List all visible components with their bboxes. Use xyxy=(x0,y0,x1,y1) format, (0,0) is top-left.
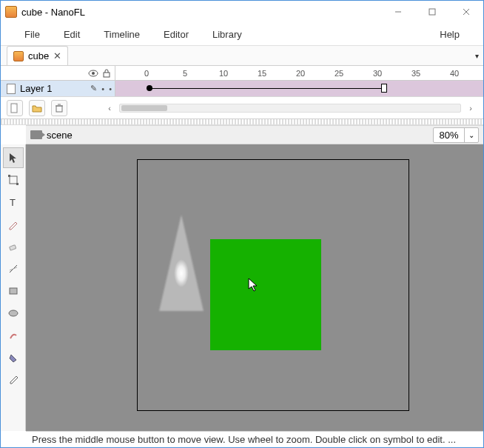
selection-tool[interactable] xyxy=(3,147,24,168)
text-tool[interactable]: T xyxy=(3,192,24,213)
svg-rect-13 xyxy=(16,183,19,185)
svg-rect-6 xyxy=(104,73,110,77)
zoom-value[interactable]: 80% xyxy=(434,128,465,142)
eraser-tool[interactable] xyxy=(3,236,24,257)
scene-icon xyxy=(30,130,42,139)
layer-toolbar: ‹ › xyxy=(1,97,483,119)
keyframe-end[interactable] xyxy=(381,84,387,93)
ruler-tick: 5 xyxy=(183,69,187,78)
svg-rect-11 xyxy=(10,176,17,184)
menu-file[interactable]: File xyxy=(13,29,52,40)
oval-tool[interactable] xyxy=(3,303,24,324)
pencil-icon[interactable]: ✎ xyxy=(90,84,97,93)
pencil-tool[interactable] xyxy=(3,214,24,235)
svg-rect-8 xyxy=(56,106,62,112)
line-tool[interactable] xyxy=(3,258,24,279)
scroll-left-icon[interactable]: ‹ xyxy=(103,104,116,113)
green-square-object[interactable] xyxy=(210,239,321,350)
tab-overflow-button[interactable]: ▾ xyxy=(475,52,479,60)
layer-name-label: Layer 1 xyxy=(20,83,52,94)
menu-help[interactable]: Help xyxy=(428,29,471,40)
ruler-tick: 0 xyxy=(144,69,149,78)
ruler-tick: 40 xyxy=(450,69,459,78)
tween-span xyxy=(147,88,387,89)
close-button[interactable] xyxy=(449,1,483,23)
layer-type-icon xyxy=(7,84,16,94)
ruler-tick: 20 xyxy=(296,69,305,78)
timeline-hscrollbar[interactable]: ‹ › xyxy=(103,104,477,113)
svg-rect-15 xyxy=(9,245,16,250)
ruler-tick: 30 xyxy=(373,69,382,78)
visibility-toggle-icon[interactable] xyxy=(88,68,98,78)
document-tab-label: cube xyxy=(28,50,49,61)
timeline-header: 0 5 10 15 20 25 30 35 40 xyxy=(1,66,483,81)
visibility-dot-icon[interactable]: • xyxy=(101,84,104,93)
menu-editor[interactable]: Editor xyxy=(152,29,201,40)
scroll-track[interactable] xyxy=(119,104,461,113)
window-controls xyxy=(381,1,483,23)
keyframe-start[interactable] xyxy=(147,85,152,91)
ruler-tick: 10 xyxy=(219,69,228,78)
document-tab[interactable]: cube ✕ xyxy=(7,46,68,65)
zoom-dropdown-icon[interactable]: ⌄ xyxy=(465,128,478,142)
brush-tool[interactable] xyxy=(3,325,24,346)
titlebar: cube - NanoFL xyxy=(1,1,483,23)
svg-point-5 xyxy=(92,72,95,75)
svg-text:T: T xyxy=(10,197,16,208)
menu-library[interactable]: Library xyxy=(201,29,254,40)
statusbar: Press the middle mouse button to move vi… xyxy=(26,431,483,447)
timeline-ruler[interactable]: 0 5 10 15 20 25 30 35 40 xyxy=(115,66,483,80)
transform-tool[interactable] xyxy=(3,170,24,190)
delete-layer-button[interactable] xyxy=(51,100,67,116)
window-title: cube - NanoFL xyxy=(21,7,381,18)
minimize-button[interactable] xyxy=(381,1,415,23)
zoom-control[interactable]: 80% ⌄ xyxy=(433,127,479,143)
ruler-tick: 35 xyxy=(411,69,420,78)
status-text: Press the middle mouse button to move vi… xyxy=(32,434,456,445)
layer-row[interactable]: Layer 1 ✎ • • xyxy=(1,81,483,97)
new-folder-button[interactable] xyxy=(29,100,45,116)
scroll-thumb[interactable] xyxy=(121,105,167,111)
mouse-cursor-icon xyxy=(248,278,260,292)
panel-resize-grip[interactable] xyxy=(1,119,483,125)
rectangle-tool[interactable] xyxy=(3,281,24,301)
lock-toggle-icon[interactable] xyxy=(101,68,112,78)
eyedropper-tool[interactable] xyxy=(3,370,24,390)
timeline-header-toggles xyxy=(1,66,115,80)
svg-line-17 xyxy=(10,267,17,270)
menubar: File Edit Timeline Editor Library Help xyxy=(1,23,483,45)
scroll-right-icon[interactable]: › xyxy=(464,104,477,113)
svg-rect-18 xyxy=(10,288,17,294)
close-tab-icon[interactable]: ✕ xyxy=(53,50,61,61)
menu-edit[interactable]: Edit xyxy=(52,29,92,40)
document-tabstrip: cube ✕ ▾ xyxy=(1,45,483,66)
document-icon xyxy=(13,51,24,61)
cone-object[interactable] xyxy=(159,215,204,315)
workspace: T xyxy=(1,144,483,431)
scene-bar: scene 80% ⌄ xyxy=(26,125,483,144)
lock-dot-icon[interactable]: • xyxy=(109,84,112,93)
app-icon xyxy=(5,6,17,18)
menu-timeline[interactable]: Timeline xyxy=(92,29,152,40)
maximize-button[interactable] xyxy=(415,1,449,23)
svg-point-19 xyxy=(9,310,18,316)
svg-rect-1 xyxy=(429,9,435,15)
layer-frame-track[interactable] xyxy=(115,81,483,96)
layer-name-cell[interactable]: Layer 1 ✎ • • xyxy=(1,81,115,96)
canvas[interactable] xyxy=(26,144,483,431)
new-layer-button[interactable] xyxy=(7,100,23,116)
svg-rect-12 xyxy=(8,175,10,177)
scene-label[interactable]: scene xyxy=(47,130,73,141)
ruler-tick: 15 xyxy=(258,69,266,78)
fill-tool[interactable] xyxy=(3,347,24,368)
tool-panel: T xyxy=(1,144,26,431)
ruler-tick: 25 xyxy=(335,69,343,78)
